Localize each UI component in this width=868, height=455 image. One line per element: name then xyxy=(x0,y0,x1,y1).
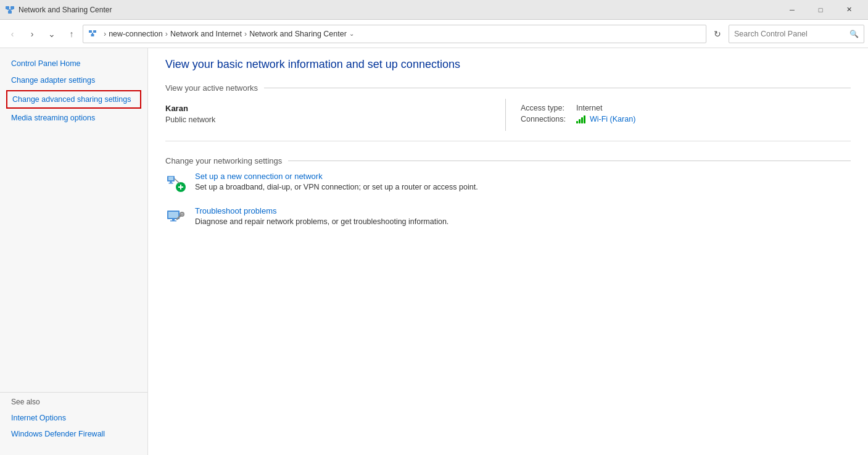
access-type-row: Access type: Internet xyxy=(521,104,851,112)
sidebar-item-media-streaming[interactable]: Media streaming options xyxy=(0,110,147,127)
networking-settings-section: Change your networking settings xyxy=(165,156,851,228)
address-bar: ‹ › ⌄ ↑ › new-connection › Network and I… xyxy=(0,20,868,48)
app-icon xyxy=(5,5,15,15)
main-window: Control Panel Home Change adapter settin… xyxy=(0,48,868,455)
path-current: Network and Sharing Center xyxy=(249,30,347,38)
svg-rect-4 xyxy=(7,9,9,10)
svg-rect-1 xyxy=(10,6,14,9)
svg-rect-5 xyxy=(11,9,13,10)
up-button[interactable]: ↑ xyxy=(63,25,80,43)
svg-rect-19 xyxy=(168,212,178,218)
search-input[interactable] xyxy=(734,30,849,38)
wifi-link[interactable]: Wi-Fi (Karan) xyxy=(576,115,635,123)
troubleshoot-link[interactable]: Troubleshoot problems xyxy=(195,206,851,215)
troubleshoot-item: Troubleshoot problems Diagnose and repai… xyxy=(165,206,851,228)
network-left: Karan Public network xyxy=(165,99,506,131)
sidebar: Control Panel Home Change adapter settin… xyxy=(0,48,148,455)
new-connection-text: Set up a new connection or network Set u… xyxy=(195,172,851,193)
title-bar: Network and Sharing Center ─ □ ✕ xyxy=(0,0,868,20)
restore-button[interactable]: □ xyxy=(806,0,835,20)
svg-line-17 xyxy=(175,179,180,184)
address-path[interactable]: › new-connection › Network and Internet … xyxy=(83,25,706,43)
window-controls: ─ □ ✕ xyxy=(778,0,863,20)
see-also-title: See also xyxy=(11,398,136,406)
svg-point-24 xyxy=(181,214,183,215)
path-dropdown-button[interactable]: ⌄ xyxy=(349,30,354,37)
svg-rect-16 xyxy=(180,185,181,190)
network-right: Access type: Internet Connections: Wi-Fi… xyxy=(506,99,851,131)
new-connection-icon xyxy=(165,172,188,194)
page-title: View your basic network information and … xyxy=(165,58,851,71)
content-area: View your basic network information and … xyxy=(148,48,868,455)
sidebar-item-internet-options[interactable]: Internet Options xyxy=(11,410,136,427)
close-button[interactable]: ✕ xyxy=(835,0,863,20)
minimize-button[interactable]: ─ xyxy=(778,0,806,20)
path-network-internet[interactable]: Network and Internet xyxy=(170,30,242,38)
svg-rect-0 xyxy=(6,6,9,9)
sidebar-item-change-advanced-sharing[interactable]: Change advanced sharing settings xyxy=(6,90,141,109)
svg-rect-13 xyxy=(169,183,173,184)
sidebar-item-windows-firewall[interactable]: Windows Defender Firewall xyxy=(11,426,136,443)
sidebar-item-control-panel-home[interactable]: Control Panel Home xyxy=(0,56,147,72)
search-icon: 🔍 xyxy=(849,30,859,38)
sidebar-see-also: See also Internet Options Windows Defend… xyxy=(0,392,147,448)
new-connection-desc: Set up a broadband, dial-up, or VPN conn… xyxy=(195,183,478,191)
svg-rect-7 xyxy=(93,30,96,33)
svg-rect-6 xyxy=(89,30,92,33)
network-name: Karan xyxy=(165,104,495,113)
wifi-icon xyxy=(576,115,585,123)
svg-rect-12 xyxy=(170,182,172,183)
svg-rect-21 xyxy=(170,220,176,222)
window-title: Network and Sharing Center xyxy=(19,6,778,14)
troubleshoot-icon xyxy=(165,206,188,228)
connections-row: Connections: Wi-Fi (Karan) xyxy=(521,115,851,123)
sidebar-item-change-adapter[interactable]: Change adapter settings xyxy=(0,72,147,89)
svg-rect-9 xyxy=(92,33,93,34)
recent-button[interactable]: ⌄ xyxy=(43,25,60,43)
network-info-grid: Karan Public network Access type: Intern… xyxy=(165,99,851,141)
svg-rect-2 xyxy=(8,10,12,14)
connections-label: Connections: xyxy=(521,115,576,123)
search-box[interactable]: 🔍 xyxy=(729,25,864,43)
networking-settings-header: Change your networking settings xyxy=(165,156,851,165)
network-type: Public network xyxy=(165,115,495,124)
active-networks-header: View your active networks xyxy=(165,83,851,93)
troubleshoot-desc: Diagnose and repair network problems, or… xyxy=(195,217,448,226)
troubleshoot-text: Troubleshoot problems Diagnose and repai… xyxy=(195,206,851,228)
back-button[interactable]: ‹ xyxy=(4,25,21,43)
svg-rect-11 xyxy=(168,177,173,180)
access-type-label: Access type: xyxy=(521,104,576,112)
svg-rect-3 xyxy=(9,9,11,10)
new-connection-link[interactable]: Set up a new connection or network xyxy=(195,172,851,181)
sidebar-spacer xyxy=(0,127,147,392)
access-type-value: Internet xyxy=(576,104,602,112)
refresh-button[interactable]: ↻ xyxy=(709,25,726,43)
svg-rect-20 xyxy=(172,219,175,220)
forward-button[interactable]: › xyxy=(23,25,41,43)
path-control-panel[interactable]: new-connection xyxy=(109,30,163,38)
svg-rect-8 xyxy=(91,34,94,36)
new-connection-item: Set up a new connection or network Set u… xyxy=(165,172,851,194)
